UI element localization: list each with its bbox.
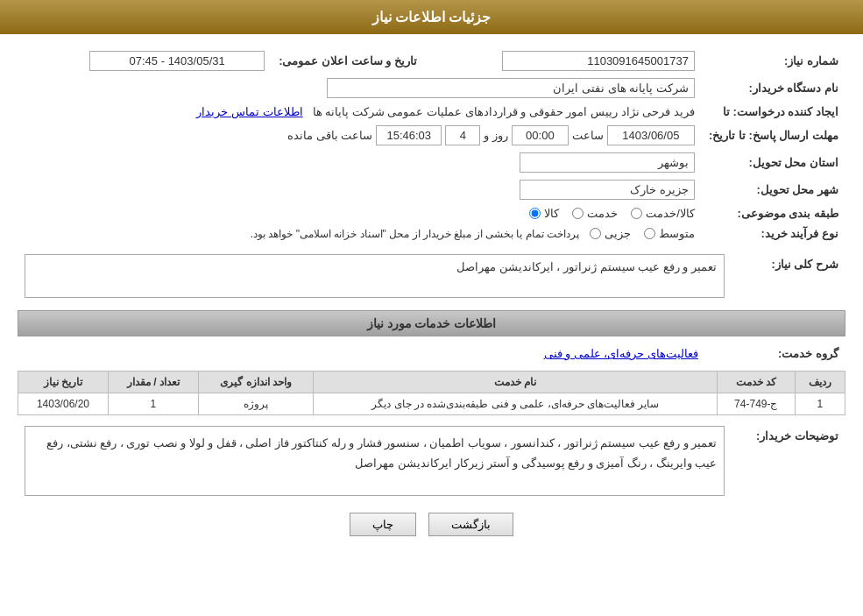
- process-label: نوع فرآیند خرید:: [702, 223, 845, 244]
- need-number-box: 1103091645001737: [502, 51, 695, 71]
- creator-label: ایجاد کننده درخواست: تا: [702, 102, 845, 122]
- radio-motavasset[interactable]: متوسط: [644, 227, 695, 240]
- response-remaining-box: 15:46:03: [376, 125, 442, 145]
- cell-quantity: 1: [108, 393, 198, 415]
- response-days-box: 4: [445, 125, 480, 145]
- row-need-number: شماره نیاز: 1103091645001737 تاریخ و ساع…: [18, 47, 845, 74]
- row-service-group: گروه خدمت: فعالیت‌های حرفه‌ای، علمی و فن…: [18, 343, 845, 364]
- need-desc-box: تعمیر و رفع عیب سیستم ژنراتور ، ایرکاندی…: [25, 254, 725, 298]
- response-date-box: 1403/06/05: [607, 125, 695, 145]
- services-table: ردیف کد خدمت نام خدمت واحد اندازه گیری ت…: [18, 371, 845, 415]
- process-value: متوسط جزیی پرداخت تمام یا بخشی از مبلغ خ…: [18, 223, 702, 244]
- province-label: استان محل تحویل:: [702, 149, 845, 176]
- cell-service-name: سایر فعالیت‌های حرفه‌ای، علمی و فنی طبقه…: [314, 393, 718, 415]
- need-description-table: شرح کلی نیاز: تعمیر و رفع عیب سیستم ژنرا…: [18, 251, 845, 301]
- need-desc-label: شرح کلی نیاز:: [732, 251, 845, 301]
- need-number-label: شماره نیاز:: [702, 47, 845, 74]
- page-header: جزئیات اطلاعات نیاز: [0, 0, 863, 34]
- province-box: بوشهر: [520, 152, 695, 173]
- info-table: شماره نیاز: 1103091645001737 تاریخ و ساع…: [18, 47, 845, 244]
- service-group-label: گروه خدمت:: [705, 343, 845, 364]
- process-note: پرداخت تمام یا بخشی از مبلغ خریدار از مح…: [251, 228, 579, 240]
- response-time-box: 00:00: [512, 125, 569, 145]
- buyer-org-label: نام دستگاه خریدار:: [702, 74, 845, 102]
- radio-kala[interactable]: کالا: [529, 207, 559, 220]
- row-send-deadline: مهلت ارسال پاسخ: تا تاریخ: 1403/06/05 سا…: [18, 122, 845, 149]
- service-group-value: فعالیت‌های حرفه‌ای، علمی و فنی: [18, 343, 705, 364]
- inner-content: شماره نیاز: 1103091645001737 تاریخ و ساع…: [18, 47, 845, 549]
- city-value: جزیره خارک: [18, 176, 702, 203]
- row-category: طبقه بندی موضوعی: کالا/خدمت خدمت: [18, 203, 845, 223]
- city-label: شهر محل تحویل:: [702, 176, 845, 203]
- buyer-desc-table: توضیحات خریدار: تعمیر و رفع عیب سیستم ژن…: [18, 422, 845, 499]
- page-wrapper: جزئیات اطلاعات نیاز شماره نیاز: 11030916…: [0, 0, 863, 616]
- city-box: جزیره خارک: [520, 180, 695, 200]
- cell-service-code: ج-749-74: [717, 393, 795, 415]
- back-button[interactable]: بازگشت: [428, 513, 513, 536]
- radio-kala-khedmat-label: کالا/خدمت: [646, 207, 695, 220]
- service-group-link[interactable]: فعالیت‌های حرفه‌ای، علمی و فنی: [544, 347, 698, 360]
- col-unit: واحد اندازه گیری: [198, 372, 314, 393]
- radio-motavasset-label: متوسط: [659, 227, 695, 240]
- category-value: کالا/خدمت خدمت کالا: [18, 203, 702, 223]
- category-label: طبقه بندی موضوعی:: [702, 203, 845, 223]
- services-header-row: ردیف کد خدمت نام خدمت واحد اندازه گیری ت…: [18, 372, 845, 393]
- remaining-label: ساعت باقی مانده: [287, 129, 372, 142]
- row-process: نوع فرآیند خرید: متوسط جزیی: [18, 223, 845, 244]
- service-group-table: گروه خدمت: فعالیت‌های حرفه‌ای، علمی و فن…: [18, 343, 845, 364]
- buyer-notes-box: تعمیر و رفع عیب سیستم ژنراتور ، کندانسور…: [25, 426, 725, 496]
- row-buyer-org: نام دستگاه خریدار: شرکت پایانه های نفتی …: [18, 74, 845, 102]
- need-desc-value: تعمیر و رفع عیب سیستم ژنراتور ، ایرکاندی…: [18, 251, 732, 301]
- send-deadline-value: 1403/06/05 ساعت 00:00 روز و 4 15:46:03 س…: [18, 122, 702, 149]
- buyer-org-value: شرکت پایانه های نفتی ایران: [18, 74, 702, 102]
- category-radio-group: کالا/خدمت خدمت کالا: [529, 207, 695, 220]
- row-need-desc: شرح کلی نیاز: تعمیر و رفع عیب سیستم ژنرا…: [18, 251, 845, 301]
- table-row: 1 ج-749-74 سایر فعالیت‌های حرفه‌ای، علمی…: [18, 393, 845, 415]
- radio-jozyi-input[interactable]: [590, 228, 601, 239]
- row-city: شهر محل تحویل: جزیره خارک: [18, 176, 845, 203]
- announce-date-box: 1403/05/31 - 07:45: [89, 51, 265, 71]
- print-button[interactable]: چاپ: [350, 513, 416, 536]
- row-buyer-desc: توضیحات خریدار: تعمیر و رفع عیب سیستم ژن…: [18, 422, 845, 499]
- day-label: روز و: [484, 129, 508, 142]
- radio-khedmat[interactable]: خدمت: [572, 207, 618, 220]
- cell-row-num: 1: [795, 393, 845, 415]
- radio-kala-khedmat[interactable]: کالا/خدمت: [631, 207, 695, 220]
- radio-khedmat-input[interactable]: [572, 208, 584, 219]
- cell-unit: پروژه: [198, 393, 314, 415]
- creator-link[interactable]: اطلاعات تماس خریدار: [196, 105, 302, 118]
- process-radio-group: متوسط جزیی: [590, 227, 695, 240]
- creator-text: فرید فرحی نژاد رییس امور حقوقی و قرارداد…: [313, 105, 695, 118]
- radio-jozyi-label: جزیی: [605, 227, 631, 240]
- radio-kala-label: کالا: [544, 207, 559, 220]
- services-table-head: ردیف کد خدمت نام خدمت واحد اندازه گیری ت…: [18, 372, 845, 393]
- buyer-org-box: شرکت پایانه های نفتی ایران: [327, 78, 695, 98]
- need-number-value: 1103091645001737: [424, 47, 702, 74]
- province-value: بوشهر: [18, 149, 702, 176]
- creator-value: فرید فرحی نژاد رییس امور حقوقی و قرارداد…: [18, 102, 702, 122]
- col-service-code: کد خدمت: [717, 372, 795, 393]
- radio-jozyi[interactable]: جزیی: [590, 227, 631, 240]
- process-row: متوسط جزیی پرداخت تمام یا بخشی از مبلغ خ…: [25, 227, 695, 240]
- hour-label: ساعت: [572, 129, 604, 142]
- services-section-title: اطلاعات خدمات مورد نیاز: [18, 310, 845, 336]
- cell-date: 1403/06/20: [18, 393, 109, 415]
- col-service-name: نام خدمت: [314, 372, 718, 393]
- action-buttons: بازگشت چاپ: [18, 513, 845, 549]
- col-quantity: تعداد / مقدار: [108, 372, 198, 393]
- send-deadline-label: مهلت ارسال پاسخ: تا تاریخ:: [702, 122, 845, 149]
- buyer-desc-value: تعمیر و رفع عیب سیستم ژنراتور ، کندانسور…: [18, 422, 732, 499]
- announce-date-value: 1403/05/31 - 07:45: [18, 47, 272, 74]
- row-creator: ایجاد کننده درخواست: تا فرید فرحی نژاد ر…: [18, 102, 845, 122]
- page-title: جزئیات اطلاعات نیاز: [372, 10, 492, 25]
- row-province: استان محل تحویل: بوشهر: [18, 149, 845, 176]
- radio-kala-khedmat-input[interactable]: [631, 208, 642, 219]
- col-row-num: ردیف: [795, 372, 845, 393]
- content-area: شماره نیاز: 1103091645001737 تاریخ و ساع…: [0, 34, 863, 563]
- col-date: تاریخ نیاز: [18, 372, 109, 393]
- radio-kala-input[interactable]: [529, 208, 541, 219]
- radio-motavasset-input[interactable]: [644, 228, 655, 239]
- buyer-desc-label: توضیحات خریدار:: [732, 422, 845, 499]
- announce-date-label: تاریخ و ساعت اعلان عمومی:: [272, 47, 424, 74]
- services-table-body: 1 ج-749-74 سایر فعالیت‌های حرفه‌ای، علمی…: [18, 393, 845, 415]
